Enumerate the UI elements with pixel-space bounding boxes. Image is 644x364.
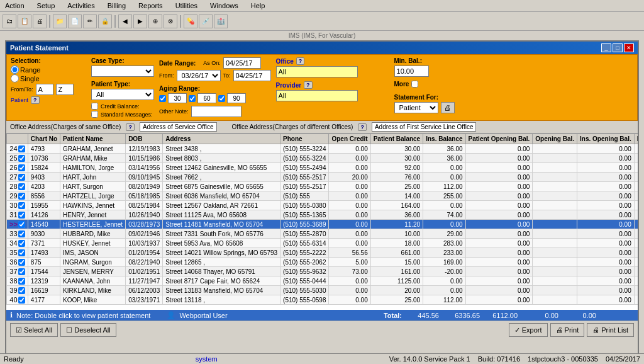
toolbar-btn-8[interactable]: ◀ bbox=[118, 14, 132, 28]
table-row[interactable]: 29 8556 HARTZELL, Jorge 05/18/1985 Stree… bbox=[7, 191, 638, 201]
toolbar-btn-12[interactable]: 💊 bbox=[184, 14, 197, 28]
toolbar-btn-13[interactable]: 💉 bbox=[199, 14, 213, 28]
left-address-help[interactable]: ? bbox=[126, 123, 135, 131]
patient-help[interactable]: ? bbox=[31, 96, 40, 104]
other-note-input[interactable] bbox=[191, 106, 242, 117]
table-row[interactable]: 37 17544 JENSEN, MERRY 01/02/1951 Street… bbox=[7, 267, 638, 276]
table-row[interactable]: 33 9030 HUBBARD, Mike 09/02/1946 Street … bbox=[7, 229, 638, 239]
print-button[interactable]: 🖨 Print bbox=[550, 323, 585, 337]
to-date-input[interactable] bbox=[233, 70, 271, 81]
single-radio[interactable] bbox=[11, 74, 19, 82]
aging-90-check[interactable] bbox=[218, 95, 225, 102]
toolbar-btn-9[interactable]: ▶ bbox=[133, 14, 147, 28]
menu-activities[interactable]: Activities bbox=[65, 1, 97, 10]
range-radio[interactable] bbox=[11, 65, 19, 74]
min-bal-input[interactable] bbox=[394, 65, 429, 77]
provider-link[interactable]: Provider bbox=[276, 82, 302, 89]
table-row[interactable]: 30 15955 HAWKINS, Jennet 08/25/1984 Stre… bbox=[7, 201, 638, 210]
row-checkbox[interactable] bbox=[18, 164, 25, 171]
row-checkbox[interactable] bbox=[18, 221, 25, 228]
toolbar-btn-4[interactable]: 📁 bbox=[53, 14, 67, 28]
more-checkbox[interactable] bbox=[411, 81, 418, 88]
table-row[interactable]: 38 12319 KAANANA, John 11/27/1947 Street… bbox=[7, 276, 638, 286]
to-input[interactable] bbox=[56, 84, 74, 95]
row-checkbox[interactable] bbox=[18, 249, 25, 256]
row-checkbox[interactable] bbox=[18, 297, 25, 304]
menu-action[interactable]: Action bbox=[3, 1, 27, 10]
case-type-select[interactable] bbox=[91, 65, 154, 77]
aging-30-check[interactable] bbox=[159, 95, 166, 102]
from-input[interactable] bbox=[36, 84, 53, 95]
single-radio-label[interactable]: Single bbox=[11, 74, 86, 82]
toolbar-btn-5[interactable]: 📄 bbox=[68, 14, 82, 28]
table-row[interactable]: 27 9403 HART, John 09/10/1945 Street 766… bbox=[7, 173, 638, 182]
statement-for-select[interactable]: Patient bbox=[394, 102, 438, 113]
row-checkbox[interactable] bbox=[18, 193, 25, 200]
standard-messages-checkbox[interactable] bbox=[91, 111, 98, 118]
menu-setup[interactable]: Setup bbox=[35, 1, 58, 10]
row-num-cell: >> bbox=[7, 220, 28, 229]
table-row[interactable]: 35 17493 IMS, JASON 01/20/1954 Street 14… bbox=[7, 248, 638, 258]
patient-type-select[interactable]: All bbox=[91, 89, 154, 100]
row-checkbox[interactable] bbox=[18, 278, 25, 285]
right-address-help[interactable]: ? bbox=[358, 123, 367, 131]
patient-link[interactable]: Patient bbox=[11, 97, 28, 103]
toolbar-btn-3[interactable]: 🖨 bbox=[33, 14, 47, 28]
toolbar-btn-14[interactable]: 🏥 bbox=[214, 14, 228, 28]
row-checkbox[interactable] bbox=[18, 287, 25, 294]
row-checkbox[interactable] bbox=[18, 212, 25, 219]
menu-help[interactable]: Help bbox=[248, 1, 268, 10]
left-address-btn[interactable]: Address of Service Office bbox=[140, 122, 217, 132]
row-checkbox[interactable] bbox=[18, 202, 25, 209]
dialog-minimize-btn[interactable]: _ bbox=[601, 43, 611, 52]
office-help[interactable]: ? bbox=[296, 57, 305, 65]
provider-help[interactable]: ? bbox=[304, 81, 313, 89]
table-row[interactable]: 25 10736 GRAHAM, Mike 10/15/1986 Street … bbox=[7, 154, 638, 163]
row-checkbox[interactable] bbox=[18, 145, 25, 152]
row-checkbox[interactable] bbox=[18, 183, 25, 190]
deselect-all-button[interactable]: ☐ Deselect All bbox=[60, 323, 116, 337]
toolbar-btn-10[interactable]: ⊕ bbox=[148, 14, 162, 28]
from-date-select[interactable]: 03/26/17 bbox=[177, 70, 221, 81]
office-link[interactable]: Office bbox=[276, 58, 294, 65]
table-row[interactable]: 24 4793 GRAHAM, Jennet 12/19/1983 Street… bbox=[7, 144, 638, 154]
table-row[interactable]: 28 4203 HART, Surgon 08/20/1949 Street 6… bbox=[7, 182, 638, 191]
table-row[interactable]: 36 875 INGRAM, Surgon 08/22/1940 Street … bbox=[7, 258, 638, 267]
provider-input[interactable] bbox=[276, 90, 358, 101]
credit-balance-checkbox[interactable] bbox=[91, 103, 98, 110]
table-row[interactable]: >> 14540 HESTERLEE, Jennet 03/28/1973 St… bbox=[7, 220, 638, 229]
menu-billing[interactable]: Billing bbox=[105, 1, 128, 10]
table-row[interactable]: 40 4177 KOOP, Mike 03/23/1971 Street 131… bbox=[7, 295, 638, 305]
table-row[interactable]: 34 7371 HUSKEY, Jennet 10/03/1937 Street… bbox=[7, 239, 638, 248]
select-all-button[interactable]: ☑ Select All bbox=[10, 323, 58, 337]
patient-row: Patient ? bbox=[11, 96, 86, 104]
toolbar-btn-6[interactable]: ✏ bbox=[83, 14, 97, 28]
row-checkbox[interactable] bbox=[18, 240, 25, 247]
statement-for-action-btn[interactable]: 🖨 bbox=[441, 102, 455, 113]
row-checkbox[interactable] bbox=[18, 174, 25, 181]
range-radio-label[interactable]: Range bbox=[11, 65, 86, 74]
print-list-button[interactable]: 🖨 Print List bbox=[587, 323, 634, 337]
export-button[interactable]: ✓ Export bbox=[509, 323, 548, 337]
toolbar-btn-2[interactable]: 📋 bbox=[18, 14, 31, 28]
toolbar-btn-1[interactable]: 🗂 bbox=[3, 14, 16, 28]
table-row[interactable]: 26 15824 HAMILTON, Jorge 03/14/1956 Stre… bbox=[7, 163, 638, 173]
menu-reports[interactable]: Reports bbox=[136, 1, 165, 10]
dialog-close-btn[interactable]: ✕ bbox=[624, 43, 634, 52]
row-checkbox[interactable] bbox=[18, 230, 25, 237]
patient-table-container[interactable]: Chart No Patient Name DOB Address Phone … bbox=[6, 134, 638, 310]
dialog-maximize-btn[interactable]: □ bbox=[613, 43, 623, 52]
table-row[interactable]: 39 16619 KIRKLAND, Mike 06/12/2003 Stree… bbox=[7, 286, 638, 295]
row-checkbox[interactable] bbox=[18, 259, 25, 266]
office-input[interactable] bbox=[276, 66, 358, 77]
toolbar-btn-7[interactable]: 🔒 bbox=[98, 14, 112, 28]
row-checkbox[interactable] bbox=[18, 268, 25, 275]
row-checkbox[interactable] bbox=[18, 155, 25, 162]
menu-utilities[interactable]: Utilities bbox=[173, 1, 200, 10]
table-row[interactable]: 31 14126 HENRY, Jennet 10/26/1940 Street… bbox=[7, 210, 638, 220]
aging-60-check[interactable] bbox=[189, 95, 196, 102]
right-address-btn[interactable]: Address of First Service Line Office bbox=[372, 122, 477, 132]
menu-windows[interactable]: Windows bbox=[208, 1, 241, 10]
as-on-input[interactable] bbox=[223, 57, 261, 69]
toolbar-btn-11[interactable]: ⊗ bbox=[164, 14, 177, 28]
